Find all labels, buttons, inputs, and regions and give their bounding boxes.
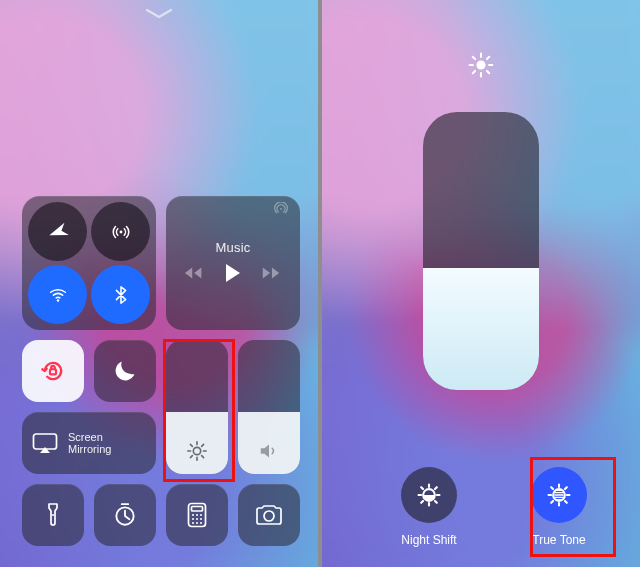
connectivity-group xyxy=(22,196,156,330)
svg-point-14 xyxy=(196,518,198,520)
svg-point-17 xyxy=(196,522,198,524)
volume-icon xyxy=(258,440,280,466)
svg-point-13 xyxy=(192,518,194,520)
svg-point-1 xyxy=(56,299,58,301)
screen-mirroring-button[interactable]: Screen Mirroring xyxy=(22,412,156,474)
timer-button[interactable] xyxy=(94,484,156,546)
flashlight-button[interactable] xyxy=(22,484,84,546)
svg-point-16 xyxy=(192,522,194,524)
wifi-button[interactable] xyxy=(28,265,87,324)
grabber-icon[interactable] xyxy=(145,8,173,20)
night-shift-button[interactable]: Night Shift xyxy=(384,467,474,547)
screen-mirroring-label-2: Mirroring xyxy=(68,443,111,455)
calculator-button[interactable] xyxy=(166,484,228,546)
bluetooth-button[interactable] xyxy=(91,265,150,324)
svg-point-4 xyxy=(193,447,200,454)
true-tone-label: True Tone xyxy=(514,533,604,547)
control-center-panel: Music xyxy=(0,0,318,567)
svg-point-12 xyxy=(200,514,202,516)
svg-point-2 xyxy=(280,208,282,210)
media-title: Music xyxy=(216,240,251,255)
true-tone-button[interactable]: True Tone xyxy=(514,467,604,547)
svg-point-20 xyxy=(476,60,485,69)
night-shift-label: Night Shift xyxy=(384,533,474,547)
svg-rect-5 xyxy=(34,434,57,449)
svg-point-11 xyxy=(196,514,198,516)
cellular-data-button[interactable] xyxy=(91,202,150,261)
svg-point-18 xyxy=(200,522,202,524)
brightness-slider-large[interactable] xyxy=(423,112,539,390)
svg-point-0 xyxy=(119,230,122,233)
svg-point-19 xyxy=(264,511,274,521)
svg-rect-9 xyxy=(192,507,203,512)
media-prev-button[interactable] xyxy=(184,265,206,285)
airplane-mode-button[interactable] xyxy=(28,202,87,261)
svg-point-6 xyxy=(52,514,54,516)
do-not-disturb-button[interactable] xyxy=(94,340,156,402)
brightness-slider[interactable] xyxy=(166,340,228,474)
camera-button[interactable] xyxy=(238,484,300,546)
volume-slider[interactable] xyxy=(238,340,300,474)
svg-point-10 xyxy=(192,514,194,516)
svg-point-15 xyxy=(200,518,202,520)
airplay-indicator-icon xyxy=(272,202,290,220)
orientation-lock-button[interactable] xyxy=(22,340,84,402)
media-next-button[interactable] xyxy=(260,265,282,285)
media-play-button[interactable] xyxy=(224,263,242,287)
screen-mirroring-label-1: Screen xyxy=(68,431,111,443)
brightness-expanded-panel: Night Shift True Tone xyxy=(322,0,640,567)
media-controls-tile[interactable]: Music xyxy=(166,196,300,330)
brightness-icon xyxy=(186,440,208,466)
brightness-header-icon xyxy=(468,52,494,82)
